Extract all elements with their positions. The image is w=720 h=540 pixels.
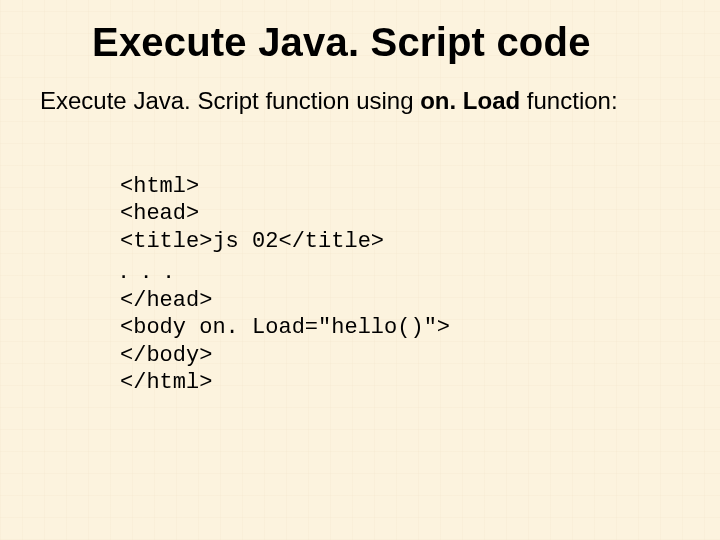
code-line-6: </body> <box>120 343 212 368</box>
subtitle-bold: on. Load <box>420 87 520 114</box>
code-line-2: <head> <box>120 201 199 226</box>
code-line-1: <html> <box>120 174 199 199</box>
slide-title: Execute Java. Script code <box>92 20 680 65</box>
code-block: <html> <head> <title>js 02</title> . . .… <box>120 145 680 397</box>
code-line-4: </head> <box>120 288 212 313</box>
subtitle-prefix: Execute Java. Script function using <box>40 87 420 114</box>
code-ellipsis: . . . <box>120 255 176 284</box>
subtitle-suffix: function: <box>520 87 617 114</box>
code-line-7: </html> <box>120 370 212 395</box>
code-line-5: <body on. Load="hello()"> <box>120 315 450 340</box>
slide-subtitle: Execute Java. Script function using on. … <box>40 87 680 115</box>
code-line-3: <title>js 02</title> <box>120 229 384 254</box>
